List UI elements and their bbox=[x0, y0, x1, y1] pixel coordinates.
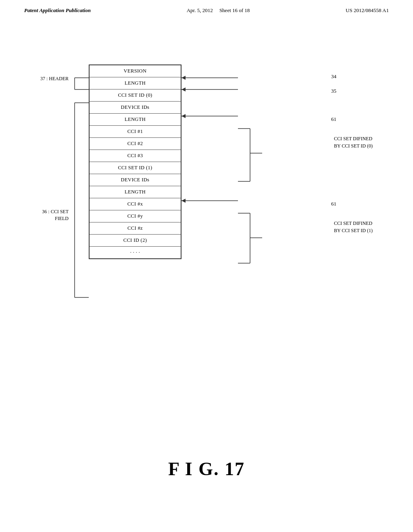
publication-label: Patent Application Publication bbox=[24, 7, 91, 14]
figure-caption: F I G. 17 bbox=[0, 458, 413, 480]
svg-marker-17 bbox=[181, 199, 186, 203]
date-label: Apr. 5, 2012 Sheet 16 of 18 bbox=[187, 7, 250, 14]
patent-number-label: US 2012/084558 A1 bbox=[346, 7, 389, 14]
page-header: Patent Application Publication Apr. 5, 2… bbox=[0, 0, 413, 14]
diagram-svg bbox=[24, 64, 389, 314]
svg-marker-9 bbox=[181, 87, 186, 91]
diagram-area: 37 : HEADER 36 : CCI SET FIELD VERSION L… bbox=[24, 64, 389, 314]
svg-marker-7 bbox=[181, 76, 186, 80]
svg-marker-11 bbox=[181, 114, 186, 118]
